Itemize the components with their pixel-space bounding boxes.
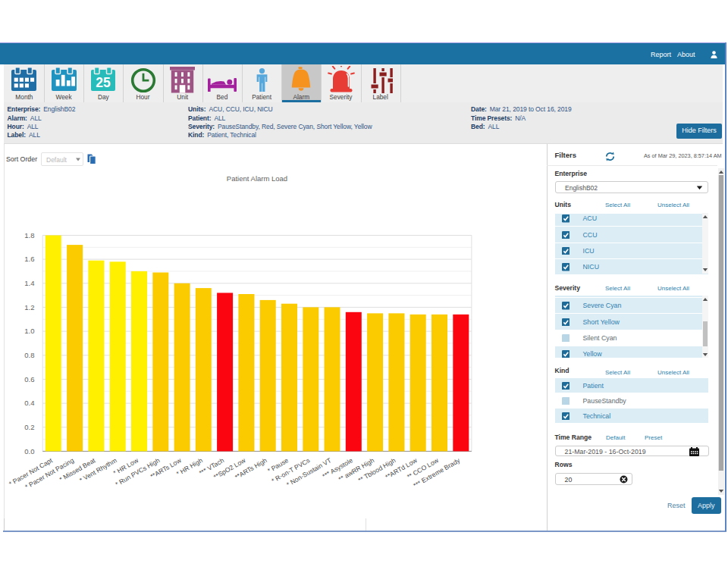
svg-text:Patient Alarm Load: Patient Alarm Load (227, 174, 287, 183)
svg-text:1.6: 1.6 (24, 255, 34, 263)
svg-text:0.0: 0.0 (24, 447, 34, 455)
svg-text:0.6: 0.6 (24, 375, 34, 383)
svg-text:0.2: 0.2 (24, 423, 34, 431)
svg-text:0.8: 0.8 (24, 351, 34, 359)
svg-text:1.4: 1.4 (24, 279, 34, 287)
svg-text:1.2: 1.2 (24, 303, 34, 311)
svg-text:1.8: 1.8 (24, 231, 34, 239)
svg-text:25: 25 (96, 75, 111, 90)
svg-text:0.4: 0.4 (24, 399, 34, 407)
svg-text:1.0: 1.0 (24, 327, 34, 335)
